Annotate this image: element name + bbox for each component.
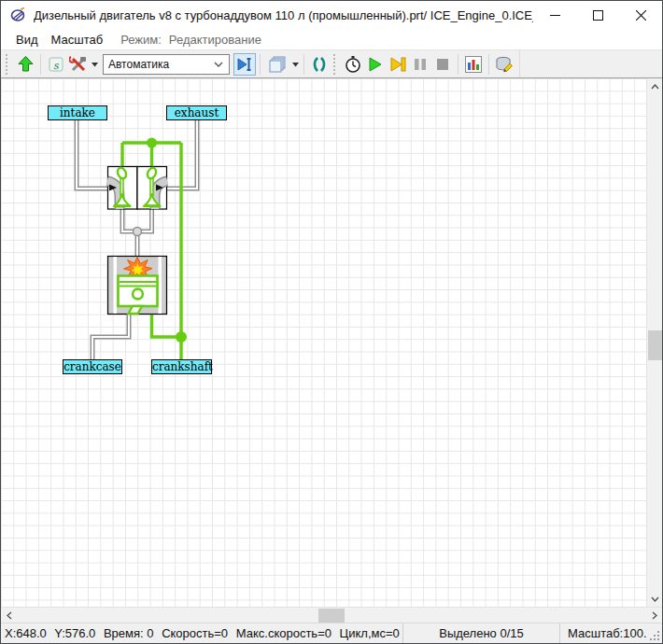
run-fast-button[interactable] (387, 53, 409, 76)
script-icon: s (48, 56, 64, 73)
green-junction-dot-top (147, 138, 157, 148)
scroll-down-arrow[interactable] (647, 591, 663, 607)
pause-icon (413, 57, 428, 72)
maximize-button[interactable] (576, 1, 619, 29)
tools-dropdown-icon[interactable] (91, 62, 99, 67)
title-bar: Дизельный двигатель v8 с турбонаддувом 1… (1, 1, 662, 29)
toolbar-grip[interactable] (6, 54, 10, 75)
engine-schematic (1, 78, 646, 607)
status-time: Время: 0 (104, 626, 154, 640)
layers-dropdown-icon[interactable] (291, 62, 300, 67)
minimize-icon (550, 10, 560, 21)
stop-icon (435, 57, 450, 72)
bar-chart-icon (464, 55, 483, 74)
gray-junction-dot (134, 228, 142, 236)
close-icon (636, 10, 646, 21)
layers-button[interactable] (264, 53, 290, 76)
status-x: X:648.0 (5, 626, 47, 640)
node-crankshaft[interactable]: crankshaft (151, 359, 212, 374)
stopwatch-icon (344, 55, 362, 74)
menu-view[interactable]: Вид (9, 31, 45, 49)
tools-button[interactable] (67, 53, 90, 76)
status-bar: X:648.0 Y:576.0 Время: 0 Скорость=0 Макс… (1, 623, 662, 643)
edit-data-button[interactable] (493, 53, 515, 76)
status-speed: Скорость=0 (162, 626, 228, 640)
mode-combobox[interactable]: Автоматика (103, 54, 230, 75)
vertical-scroll-thumb[interactable] (648, 330, 662, 360)
wrist-pin-icon (133, 289, 143, 300)
green-junction-dot-bottom (176, 331, 187, 343)
status-position: X:648.0 Y:576.0 Время: 0 Скорость=0 Макс… (1, 626, 402, 640)
menu-scale[interactable]: Масштаб (45, 31, 110, 49)
play-icon (367, 56, 384, 73)
toolbar-grip-2[interactable] (333, 54, 338, 75)
horizontal-scroll-thumb[interactable] (318, 609, 345, 623)
scroll-up-arrow[interactable] (647, 78, 663, 94)
script-button[interactable]: s (45, 53, 67, 76)
minimize-button[interactable] (533, 1, 576, 29)
intake-valve-component[interactable] (107, 166, 137, 209)
chevron-down-icon (214, 62, 223, 67)
mode-value[interactable]: Редактирование (165, 31, 265, 49)
navigate-up-button[interactable] (14, 53, 36, 76)
skip-forward-icon (389, 56, 407, 73)
status-y: Y:576.0 (54, 626, 95, 640)
status-cycle: Цикл,мс=0 (340, 626, 400, 640)
database-edit-icon (495, 55, 514, 74)
node-intake[interactable]: intake (48, 105, 107, 120)
timer-button[interactable] (342, 53, 364, 76)
run-to-cursor-button[interactable] (233, 53, 256, 76)
charts-button[interactable] (462, 53, 485, 76)
tools-icon (69, 55, 88, 74)
wire-green-piston[interactable] (152, 314, 182, 337)
wire-intake[interactable] (77, 120, 108, 189)
close-button[interactable] (619, 1, 662, 29)
vertical-scrollbar[interactable] (646, 78, 662, 607)
schematic-canvas[interactable]: intake exhaust crankcase crankshaft (1, 78, 646, 607)
node-crankcase[interactable]: crankcase (63, 359, 122, 374)
mode-label: Режим: (117, 31, 165, 49)
scroll-right-arrow[interactable] (646, 608, 662, 623)
status-selected: Выделено 0/15 (402, 623, 559, 643)
status-max-speed: Макс.скорость=0 (236, 626, 332, 640)
exhaust-valve-component[interactable] (137, 166, 167, 209)
stop-button[interactable] (431, 53, 454, 76)
node-exhaust[interactable]: exhaust (166, 105, 227, 120)
horizontal-scrollbar[interactable] (1, 607, 662, 623)
run-to-cursor-icon (236, 57, 253, 72)
run-button[interactable] (364, 53, 387, 76)
green-up-arrow-icon (17, 55, 35, 73)
code-brackets-button[interactable] (308, 53, 331, 76)
resize-grip[interactable] (649, 623, 662, 643)
scroll-left-arrow[interactable] (1, 608, 17, 623)
status-zoom: Масштаб:100. (559, 623, 649, 643)
code-brackets-icon (311, 56, 328, 73)
window-title: Дизельный двигатель v8 с турбонаддувом 1… (34, 8, 533, 22)
mode-combobox-value: Автоматика (108, 58, 214, 71)
toolbar: s Автоматика (1, 49, 662, 77)
pause-button[interactable] (409, 53, 431, 76)
menu-bar: Вид Масштаб Режим: Редактирование (1, 29, 662, 49)
app-window: Дизельный двигатель v8 с турбонаддувом 1… (0, 0, 663, 644)
layers-icon (268, 55, 287, 74)
app-logo-icon (9, 7, 26, 23)
maximize-icon (593, 10, 603, 21)
piston-cylinder-component[interactable] (108, 257, 167, 315)
